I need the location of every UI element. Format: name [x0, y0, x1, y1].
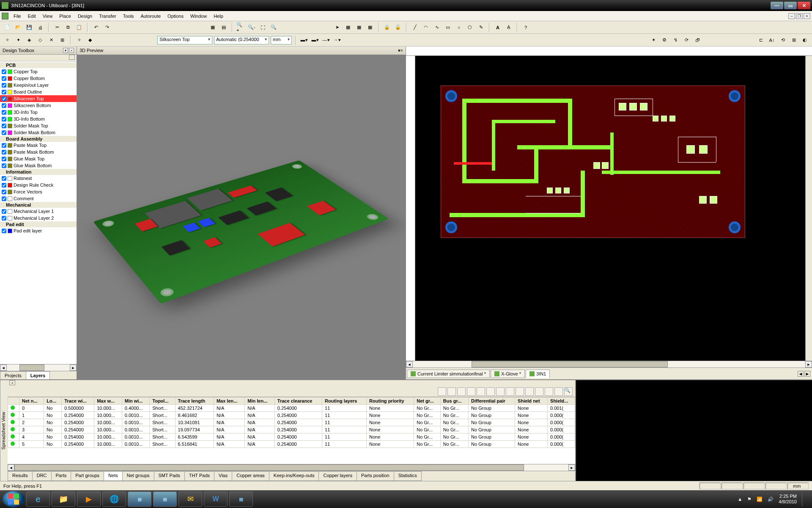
task-app1[interactable]: ▦ — [128, 491, 151, 507]
left-tab-projects[interactable]: Projects — [0, 371, 26, 379]
mdi-close[interactable]: × — [804, 13, 810, 19]
sheet-tab-tht-pads[interactable]: THT Pads — [184, 471, 214, 481]
column-header[interactable] — [8, 398, 19, 405]
zoom-fit-icon[interactable]: ⛶ — [258, 23, 267, 32]
tool3-icon[interactable]: ◈ — [25, 36, 34, 45]
task-outlook[interactable]: ✉ — [178, 491, 202, 507]
layer-checkbox[interactable] — [2, 76, 6, 81]
line-icon[interactable]: ╱ — [410, 23, 420, 32]
task-chrome[interactable]: 🌐 — [102, 491, 126, 507]
sheet-tab-parts-position[interactable]: Parts position — [357, 471, 394, 481]
layer-checkbox[interactable] — [2, 117, 6, 121]
layer-row[interactable]: Force Vectors — [0, 188, 77, 195]
text2-icon[interactable]: Ạ — [504, 23, 513, 32]
column-header[interactable]: Routing layers — [322, 398, 367, 405]
tool7-icon[interactable]: ✧ — [74, 36, 84, 45]
zoom-in-icon[interactable]: 🔍+ — [236, 23, 245, 32]
fill-style-icon[interactable]: ▬▾ — [310, 36, 320, 45]
show-desktop-button[interactable] — [802, 491, 806, 507]
layer-checkbox[interactable] — [2, 190, 6, 194]
grid-combo[interactable]: Automatic (0.254000 — [214, 36, 269, 44]
undo-icon[interactable]: ↶ — [91, 23, 101, 32]
panel-close-icon[interactable]: × — [69, 48, 74, 53]
layer-checkbox[interactable] — [2, 229, 6, 233]
sheet-btn-1[interactable] — [438, 387, 446, 396]
layer-row[interactable]: Copper Bottom — [0, 75, 77, 82]
table-row[interactable]: 5No0.25400010.000...0.0010...Short...6.5… — [8, 441, 575, 448]
tool2-icon[interactable]: ✦ — [14, 36, 23, 45]
table-row[interactable]: 1No0.25400010.000...0.0010...Short...8.4… — [8, 412, 575, 419]
sheet-btn-13[interactable] — [554, 387, 563, 396]
layer-checkbox[interactable] — [2, 157, 6, 161]
task-word[interactable]: W — [204, 491, 228, 507]
open-icon[interactable]: 📂 — [14, 23, 23, 32]
tool6-icon[interactable]: ⊞ — [58, 36, 67, 45]
sheet-tab-net-groups[interactable]: Net groups — [122, 471, 154, 481]
menu-transfer[interactable]: Transfer — [96, 12, 120, 20]
doc-tab[interactable]: 3IN1 — [526, 370, 550, 378]
sheet-btn-11[interactable] — [535, 387, 543, 396]
sheet-tab-copper-layers[interactable]: Copper layers — [318, 471, 357, 481]
drc4-icon[interactable]: ⟳ — [682, 36, 691, 45]
tool4-icon[interactable]: ◇ — [36, 36, 45, 45]
sheet-btn-3[interactable] — [457, 387, 466, 396]
line-style-icon[interactable]: ―▾ — [321, 36, 331, 45]
sheet-btn-2[interactable] — [447, 387, 456, 396]
sheet-tab-smt-pads[interactable]: SMT Pads — [154, 471, 185, 481]
task-wmp[interactable]: ▶ — [77, 491, 101, 507]
tool8-icon[interactable]: ◆ — [85, 36, 95, 45]
tray-clock[interactable]: 2:25 PM 4/8/2010 — [779, 494, 797, 505]
cap-style-icon[interactable]: ▬▾ — [299, 36, 309, 45]
bezier-icon[interactable]: ∿ — [432, 23, 442, 32]
copy-icon[interactable]: ⧉ — [63, 23, 73, 32]
layer-row[interactable]: Solder Mask Bottom — [0, 129, 77, 136]
drc2-icon[interactable]: ⚙ — [660, 36, 669, 45]
tab-next-icon[interactable]: ► — [804, 371, 810, 377]
menu-window[interactable]: Window — [187, 12, 210, 20]
layer-checkbox[interactable] — [2, 150, 6, 155]
column-header[interactable]: Net n... — [19, 398, 44, 405]
sheet-btn-12[interactable] — [545, 387, 553, 396]
preview-close-icon[interactable]: × — [401, 48, 403, 53]
layer-checkbox[interactable] — [2, 143, 6, 148]
layers-icon[interactable]: ▤ — [219, 23, 228, 32]
tool1-icon[interactable]: ✧ — [3, 36, 12, 45]
doc-tab[interactable]: Current Limiter simmulationfinal * — [407, 370, 490, 378]
edit-line-icon[interactable]: ✎ — [476, 23, 486, 32]
menu-place[interactable]: Place — [56, 12, 74, 20]
layer-row[interactable]: Mechanical Layer 1 — [0, 208, 77, 215]
layer-row[interactable]: Silkscreen Bottom — [0, 102, 77, 109]
task-ie[interactable]: e — [26, 491, 50, 507]
layer-row[interactable]: Paste Mask Bottom — [0, 149, 77, 155]
layer-row[interactable]: Paste Mask Top — [0, 142, 77, 149]
minimize-button[interactable]: — — [771, 2, 783, 9]
tool5-icon[interactable]: ✕ — [47, 36, 56, 45]
column-header[interactable]: Routing priority — [367, 398, 414, 405]
sheet-btn-6[interactable] — [486, 387, 495, 396]
polygon-icon[interactable]: ⬠ — [465, 23, 475, 32]
cut-icon[interactable]: ✂ — [52, 23, 62, 32]
column-header[interactable]: Max w... — [94, 398, 122, 405]
maximize-button[interactable]: ▭ — [784, 2, 797, 9]
sheet-tab-drc[interactable]: DRC — [32, 471, 52, 481]
end-style-icon[interactable]: →▾ — [332, 36, 342, 45]
layer-checkbox[interactable] — [2, 97, 6, 101]
menu-design[interactable]: Design — [74, 12, 96, 20]
menu-edit[interactable]: Edit — [25, 12, 39, 20]
layer-row[interactable]: Mechanical Layer 2 — [0, 215, 77, 221]
sheet-find-icon[interactable]: 🔍 — [564, 387, 573, 396]
column-header[interactable]: Topol... — [150, 398, 175, 405]
layer-row[interactable]: Pad edit layer — [0, 227, 77, 234]
menu-file[interactable]: File — [10, 12, 25, 20]
sheet-btn-8[interactable] — [506, 387, 514, 396]
layer-combo[interactable]: Silkscreen Top — [157, 36, 212, 44]
sheet-close-icon[interactable]: × — [9, 380, 15, 385]
redo-icon[interactable]: ↷ — [102, 23, 112, 32]
pcb-editor-view[interactable] — [415, 56, 805, 361]
text-icon[interactable]: A — [493, 23, 502, 32]
save-icon[interactable]: 💾 — [25, 23, 34, 32]
table-row[interactable]: 3No0.25400010.000...0.0010...Short...19.… — [8, 426, 575, 433]
layer-checkbox[interactable] — [2, 209, 6, 214]
layer-checkbox[interactable] — [2, 83, 6, 88]
doc-tab[interactable]: X-Glove * — [491, 370, 525, 378]
